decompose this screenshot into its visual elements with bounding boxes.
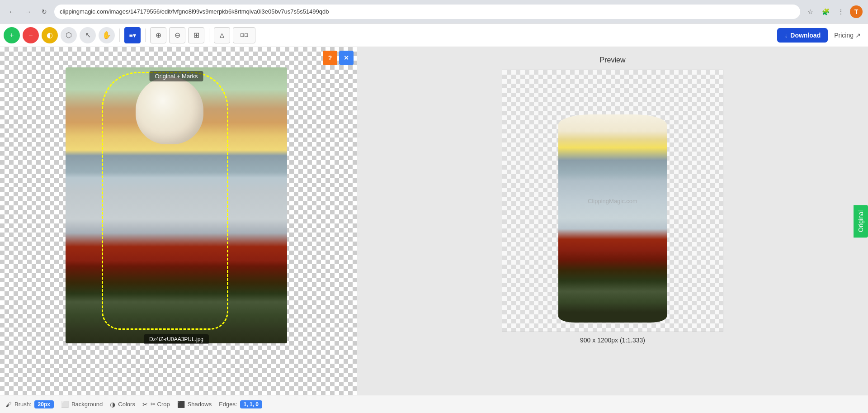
eraser-tool-button[interactable]: ⬡ (61, 27, 77, 43)
plus-icon: + (9, 31, 14, 39)
separator-2 (145, 28, 146, 42)
separator-1 (119, 28, 120, 42)
food-image (66, 67, 287, 343)
magic-tool-button[interactable]: ◐ (42, 27, 58, 43)
ice-cream-scoop (136, 76, 203, 144)
background-item[interactable]: ⬜ Background (61, 401, 103, 408)
mode-dropdown-icon: ≡▾ (129, 32, 136, 39)
minus-icon: − (28, 31, 33, 39)
mode-dropdown-button[interactable]: ≡▾ (124, 27, 141, 43)
crop-icon: ✂ (142, 401, 148, 408)
dual-view-icon: ⊡⊡ (240, 32, 248, 38)
close-icon: ✕ (344, 54, 349, 62)
question-icon: ? (328, 54, 332, 62)
main-area: Original + Marks Dz4iZ-rU0AA3PUL.jpg ? ✕… (0, 47, 868, 395)
brush-size-badge: 20px (34, 400, 54, 408)
preview-food (558, 114, 667, 323)
download-label: Download (790, 32, 821, 39)
zoom-out-button[interactable]: ⊖ (169, 27, 185, 43)
address-bar[interactable] (54, 5, 800, 19)
colors-item[interactable]: ◑ Colors (110, 401, 135, 408)
zoom-in-button[interactable]: ⊕ (150, 27, 166, 43)
close-editor-button[interactable]: ✕ (339, 51, 354, 65)
browser-chrome: ← → ↻ ☆ 🧩 ⋮ T (0, 0, 868, 24)
download-icon: ↓ (784, 32, 788, 39)
back-button[interactable]: ← (5, 5, 18, 18)
help-buttons: ? ✕ (319, 47, 357, 69)
triangle-icon: △ (220, 32, 224, 38)
magic-icon: ◐ (47, 31, 53, 39)
remove-tool-button[interactable]: − (23, 27, 39, 43)
crop-item[interactable]: ✂ ✂ Crop (142, 401, 170, 408)
download-button[interactable]: ↓ Download (777, 28, 828, 43)
pricing-external-icon: ↗ (855, 32, 861, 39)
zoom-in-icon: ⊕ (156, 31, 161, 39)
edges-item: Edges: 1, 1, 0 (219, 400, 262, 408)
brush-size-item: 🖌 Brush: 20px (5, 400, 54, 408)
browser-actions: ☆ 🧩 ⋮ T (804, 5, 863, 18)
edges-badge: 1, 1, 0 (240, 400, 262, 408)
crop-label: ✂ Crop (151, 401, 170, 408)
hand-icon: ✋ (102, 31, 111, 39)
preview-canvas: ClippingMagic.com (502, 70, 723, 332)
pricing-button[interactable]: Pricing ↗ (830, 28, 864, 43)
eraser-icon: ⬡ (66, 31, 72, 39)
refresh-button[interactable]: ↻ (38, 5, 51, 18)
forward-icon: → (25, 8, 31, 15)
colors-icon: ◑ (110, 401, 115, 408)
cursor-icon: ↖ (85, 31, 91, 39)
app-toolbar: + − ◐ ⬡ ↖ ✋ ≡▾ ⊕ ⊖ ⊞ △ ⊡⊡ ↓ Download (0, 24, 868, 47)
bottom-toolbar: 🖌 Brush: 20px ⬜ Background ◑ Colors ✂ ✂ … (0, 395, 868, 413)
zoom-out-icon: ⊖ (175, 31, 180, 39)
view-mode-label: Original + Marks (150, 71, 203, 81)
colors-label: Colors (118, 401, 135, 408)
background-toggle-button[interactable]: △ (214, 27, 230, 43)
brush-label: Brush: (14, 401, 32, 408)
filename-label: Dz4iZ-rU0AA3PUL.jpg (144, 334, 209, 344)
bookmark-button[interactable]: ☆ (804, 5, 816, 18)
shadows-item[interactable]: ⬛ Shadows (177, 401, 212, 408)
background-label: Background (71, 401, 103, 408)
forward-button[interactable]: → (22, 5, 34, 18)
refresh-icon: ↻ (42, 8, 47, 15)
fit-view-icon: ⊞ (193, 31, 199, 39)
hand-tool-button[interactable]: ✋ (99, 27, 115, 43)
image-container: Original + Marks Dz4iZ-rU0AA3PUL.jpg (66, 67, 287, 348)
dual-view-button[interactable]: ⊡⊡ (233, 27, 255, 43)
preview-dimensions: 900 x 1200px (1:1.333) (580, 337, 645, 344)
back-icon: ← (9, 8, 15, 15)
cursor-tool-button[interactable]: ↖ (80, 27, 96, 43)
brush-icon: 🖌 (5, 401, 12, 408)
edges-label: Edges: (219, 401, 237, 408)
menu-button[interactable]: ⋮ (835, 5, 847, 18)
editor-panel[interactable]: Original + Marks Dz4iZ-rU0AA3PUL.jpg ? ✕ (0, 47, 357, 395)
preview-label: Preview (600, 56, 626, 64)
preview-panel: Preview ClippingMagic.com 900 x 1200px (… (357, 47, 868, 395)
preview-food-image (558, 114, 667, 323)
pricing-label: Pricing (834, 32, 854, 39)
help-button[interactable]: ? (323, 51, 337, 65)
profile-avatar: T (850, 5, 863, 18)
separator-3 (209, 28, 209, 42)
background-icon: ⬜ (61, 401, 69, 408)
original-view-button[interactable]: Original (854, 204, 868, 237)
shadows-icon: ⬛ (177, 401, 185, 408)
extensions-button[interactable]: 🧩 (819, 5, 832, 18)
shadows-label: Shadows (188, 401, 212, 408)
add-tool-button[interactable]: + (4, 27, 20, 43)
fit-view-button[interactable]: ⊞ (188, 27, 204, 43)
